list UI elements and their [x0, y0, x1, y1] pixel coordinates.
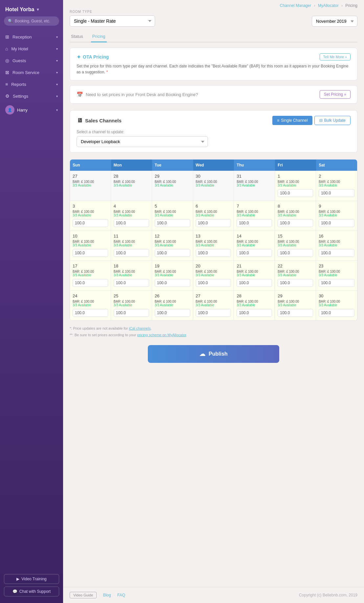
channel-select[interactable]: Developer Loopback: [77, 136, 208, 147]
calendar-day-number: 7: [237, 204, 272, 209]
footnote-line2: **: Be sure to set prices according to y…: [70, 332, 357, 339]
calendar-price-input[interactable]: [278, 249, 313, 257]
tabs: Status Pricing: [70, 31, 357, 42]
calendar-availability: 3/3 Available: [237, 214, 272, 217]
single-channel-button[interactable]: ≡ Single Channel: [272, 116, 312, 125]
calendar-price-input[interactable]: [155, 309, 190, 317]
calendar-price-input[interactable]: [196, 309, 231, 317]
ota-star: *: [106, 70, 108, 74]
table-row: 27BAR: £ 100.003/3 Available: [193, 291, 234, 320]
calendar-day-number: 27: [196, 293, 231, 298]
ota-icon: ✦: [77, 54, 81, 60]
tell-more-button[interactable]: Tell Me More »: [320, 53, 351, 61]
calendar-price-input[interactable]: [73, 219, 108, 227]
calendar-bar-rate: BAR: £ 100.00: [114, 270, 149, 273]
calendar-week-2: 3BAR: £ 100.003/3 Available4BAR: £ 100.0…: [70, 201, 357, 231]
sidebar-item-room-service[interactable]: ⊠ Room Service ▾: [0, 66, 63, 78]
calendar-price-input[interactable]: [278, 309, 313, 317]
sidebar-search[interactable]: 🔍 Booking, Guest, etc.: [4, 16, 59, 26]
table-row: 28BAR: £ 100.003/3 Available: [234, 291, 275, 320]
calendar-price-input[interactable]: [155, 279, 190, 287]
month-select[interactable]: November 2019: [312, 16, 357, 27]
tab-status[interactable]: Status: [70, 31, 84, 42]
calendar-price-input[interactable]: [237, 219, 272, 227]
calendar-day-number: 27: [73, 174, 108, 179]
calendar-price-input[interactable]: [237, 279, 272, 287]
hotel-name-header[interactable]: Hotel Yorba ▾: [0, 0, 63, 16]
calendar-day-number: 16: [319, 234, 354, 239]
chat-support-button[interactable]: 💬 Chat with Support: [4, 587, 59, 596]
calendar-price-input[interactable]: [237, 309, 272, 317]
user-item[interactable]: 👤 Harry ▾: [0, 102, 63, 118]
calendar-price-input[interactable]: [73, 309, 108, 317]
calendar-price-input[interactable]: [319, 249, 354, 257]
table-row: 2BAR: £ 100.003/3 Available: [316, 171, 357, 201]
sidebar-item-my-hotel[interactable]: ⌂ My Hotel ▾: [0, 43, 63, 55]
calendar-bar-rate: BAR: £ 100.00: [196, 270, 231, 273]
calendar-price-input[interactable]: [319, 279, 354, 287]
calendar-availability: 3/3 Available: [114, 214, 149, 217]
bulk-update-button[interactable]: ⊟ Bulk Update: [314, 116, 351, 125]
breadcrumb-myallocator[interactable]: MyAllocator: [318, 3, 339, 8]
tab-pricing[interactable]: Pricing: [91, 31, 107, 42]
sidebar-item-guests[interactable]: ◎ Guests ▾: [0, 55, 63, 66]
sidebar-bottom: ▶ Video Training 💬 Chat with Support: [0, 569, 63, 596]
calendar-price-input[interactable]: [114, 249, 149, 257]
calendar-price-input[interactable]: [319, 309, 354, 317]
calendar-availability: 3/3 Available: [114, 243, 149, 247]
channel-select-label: Select a channel to update:: [77, 130, 351, 134]
calendar-availability: 3/3 Available: [237, 243, 272, 247]
cal-header-sun: Sun: [70, 160, 111, 171]
calendar-price-input[interactable]: [278, 279, 313, 287]
calendar-price-input[interactable]: [114, 219, 149, 227]
calendar-price-input[interactable]: [319, 189, 354, 197]
sales-channels-header: 🖥 Sales Channels ≡ Single Channel ⊟ Bulk…: [77, 116, 351, 125]
settings-icon: ⚙: [5, 93, 10, 99]
calendar-price-input[interactable]: [196, 279, 231, 287]
calendar-price-input[interactable]: [114, 309, 149, 317]
video-training-button[interactable]: ▶ Video Training: [4, 574, 59, 584]
video-training-label: Video Training: [21, 577, 47, 581]
blog-link[interactable]: Blog: [103, 593, 111, 597]
my-hotel-chevron-icon: ▾: [56, 47, 58, 51]
pricing-notice: 📅 Need to set prices in your Front Desk …: [70, 85, 357, 104]
calendar-day-number: 10: [73, 234, 108, 239]
pricing-scheme-link[interactable]: pricing scheme on MyAllocator: [137, 333, 186, 337]
ota-title-text: OTA Pricing: [83, 54, 109, 60]
calendar-bar-rate: BAR: £ 100.00: [319, 300, 354, 303]
table-row: 11BAR: £ 100.003/3 Available: [111, 231, 152, 261]
calendar-price-input[interactable]: [196, 219, 231, 227]
single-channel-label: Single Channel: [281, 118, 307, 123]
calendar-price-input[interactable]: [278, 189, 313, 197]
calendar-bar-rate: BAR: £ 100.00: [319, 270, 354, 273]
calendar-availability: 3/3 Available: [278, 273, 313, 277]
ical-link[interactable]: iCal channels: [129, 326, 150, 330]
calendar-week-4: 17BAR: £ 100.003/3 Available18BAR: £ 100…: [70, 261, 357, 290]
calendar-price-input[interactable]: [114, 279, 149, 287]
calendar-price-input[interactable]: [73, 279, 108, 287]
calendar-header-row: Sun Mon Tue Wed Thu Fri Sat: [70, 160, 357, 171]
sidebar-item-settings[interactable]: ⚙ Settings ▾: [0, 90, 63, 102]
ota-description: Set the price for this room type per day…: [77, 63, 351, 75]
calendar-price-input[interactable]: [155, 219, 190, 227]
faq-link[interactable]: FAQ: [117, 593, 125, 597]
sidebar-item-reception[interactable]: ⊞ Reception ▾: [0, 31, 63, 43]
sidebar-item-reports[interactable]: ≡ Reports ▾: [0, 78, 63, 90]
publish-button[interactable]: ☁ Publish: [148, 345, 279, 363]
calendar-price-input[interactable]: [196, 249, 231, 257]
reception-icon: ⊞: [5, 34, 9, 39]
calendar-price-input[interactable]: [237, 249, 272, 257]
calendar-price-input[interactable]: [73, 249, 108, 257]
set-pricing-button[interactable]: Set Pricing »: [320, 90, 351, 99]
calendar-bar-rate: BAR: £ 100.00: [237, 180, 272, 184]
chat-support-label: Chat with Support: [19, 589, 51, 594]
calendar-price-input[interactable]: [278, 219, 313, 227]
room-type-select[interactable]: Single - Master Rate: [70, 15, 155, 27]
breadcrumb-channel-manager[interactable]: Channel Manager: [280, 3, 311, 8]
video-guide-button[interactable]: Video Guide: [70, 592, 97, 598]
calendar-availability: 3/3 Available: [73, 243, 108, 247]
calendar-price-input[interactable]: [319, 219, 354, 227]
calendar-availability: 3/3 Available: [278, 184, 313, 187]
calendar-price-input[interactable]: [155, 249, 190, 257]
footer-links: Video Guide · Blog · FAQ: [70, 592, 125, 598]
